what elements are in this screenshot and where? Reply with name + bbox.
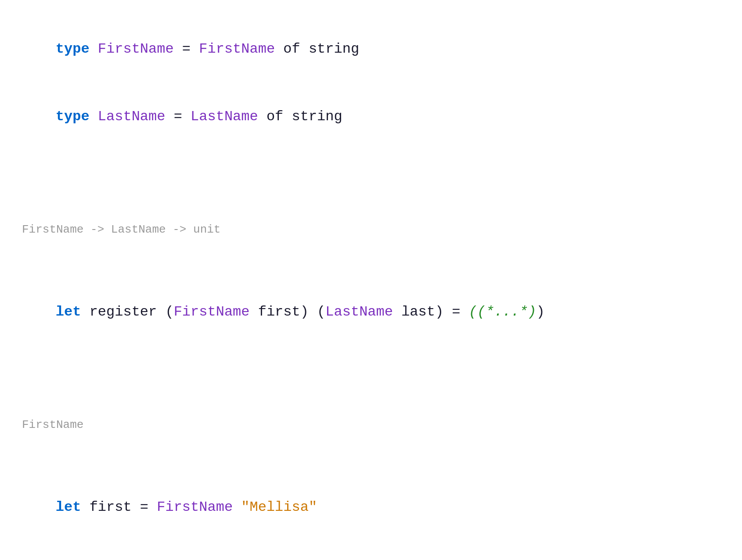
line-type-lastname: type LastName = LastName of string xyxy=(22,85,720,148)
type-hint-last: LastName xyxy=(22,543,720,560)
type-hint-register: FirstName -> LastName -> unit xyxy=(22,170,720,280)
plain-register: register ( xyxy=(81,304,173,320)
typename-firstname-def: FirstName xyxy=(98,41,174,57)
spacer-1 xyxy=(22,153,720,170)
plain-space-2 xyxy=(90,108,98,125)
plain-last-param: last) = xyxy=(393,304,469,320)
type-hint-first: FirstName xyxy=(22,366,720,476)
hint-register-type: FirstName -> LastName -> unit xyxy=(22,221,720,238)
plain-eq-1: = xyxy=(174,41,199,57)
plain-close-paren: ) xyxy=(536,304,544,320)
kw-let-register: let xyxy=(56,304,81,320)
typename-firstname-param: FirstName xyxy=(174,304,250,320)
typename-firstname-rhs: FirstName xyxy=(199,41,275,57)
inline-comment-placeholder: ((*...*) xyxy=(469,304,537,320)
hint-first-type: FirstName xyxy=(22,416,720,434)
code-editor: type FirstName = FirstName of string typ… xyxy=(22,18,720,560)
plain-space-1 xyxy=(90,41,98,57)
plain-of-string-2: of string xyxy=(258,108,342,125)
kw-type-1: type xyxy=(56,41,90,57)
plain-eq-2: = xyxy=(165,108,191,125)
typename-firstname-val: FirstName xyxy=(157,499,233,515)
plain-first-assign: first = xyxy=(81,499,157,515)
line-type-firstname: type FirstName = FirstName of string xyxy=(22,18,720,81)
line-let-first: let first = FirstName "Mellisa" xyxy=(22,476,720,539)
line-let-register: let register (FirstName first) (LastName… xyxy=(22,280,720,344)
typename-lastname-param: LastName xyxy=(325,304,393,320)
plain-of-string-1: of string xyxy=(275,41,359,57)
spacer-2 xyxy=(22,348,720,366)
typename-lastname-def: LastName xyxy=(98,108,166,125)
typename-lastname-rhs: LastName xyxy=(191,108,258,125)
kw-let-first: let xyxy=(56,499,81,515)
plain-first-param: first) ( xyxy=(249,304,325,320)
string-mellisa: "Mellisa" xyxy=(233,499,317,515)
kw-type-2: type xyxy=(56,108,90,125)
